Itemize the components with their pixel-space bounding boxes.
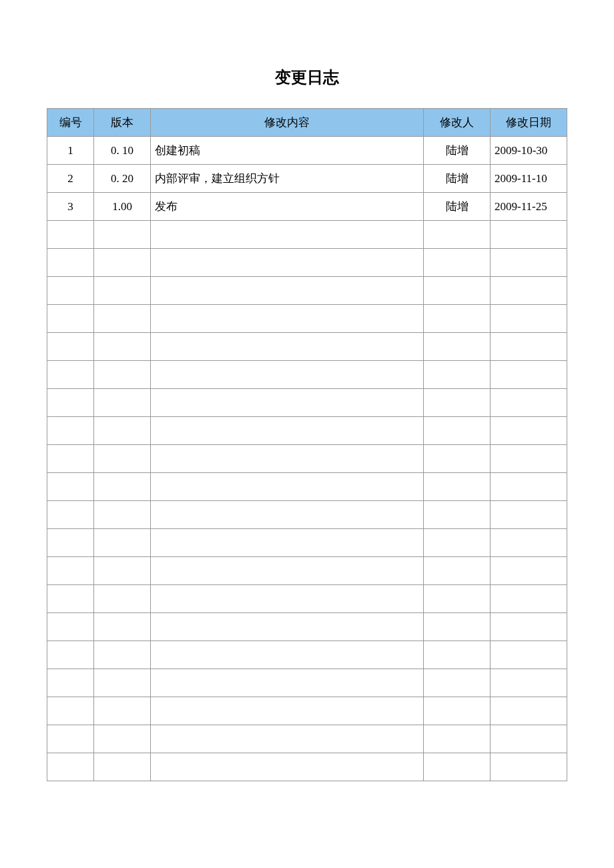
- cell-author: 陆增: [424, 193, 491, 221]
- cell-empty: [491, 501, 567, 529]
- cell-empty: [47, 529, 94, 557]
- cell-empty: [491, 697, 567, 725]
- cell-empty: [424, 277, 491, 305]
- cell-empty: [47, 753, 94, 781]
- cell-empty: [151, 501, 424, 529]
- cell-empty: [151, 473, 424, 501]
- cell-empty: [47, 697, 94, 725]
- cell-empty: [151, 669, 424, 697]
- cell-empty: [94, 417, 151, 445]
- cell-empty: [424, 221, 491, 249]
- table-row-empty: [47, 753, 567, 781]
- cell-empty: [491, 333, 567, 361]
- cell-empty: [151, 585, 424, 613]
- cell-empty: [151, 557, 424, 585]
- cell-empty: [151, 389, 424, 417]
- cell-empty: [491, 473, 567, 501]
- header-version: 版本: [94, 109, 151, 137]
- cell-empty: [94, 529, 151, 557]
- cell-date: 2009-11-10: [491, 165, 567, 193]
- cell-empty: [424, 389, 491, 417]
- cell-empty: [94, 445, 151, 473]
- cell-empty: [491, 669, 567, 697]
- cell-empty: [424, 529, 491, 557]
- cell-empty: [424, 333, 491, 361]
- cell-empty: [151, 697, 424, 725]
- cell-author: 陆增: [424, 165, 491, 193]
- cell-id: 2: [47, 165, 94, 193]
- cell-content: 发布: [151, 193, 424, 221]
- cell-empty: [47, 417, 94, 445]
- cell-empty: [424, 725, 491, 753]
- cell-empty: [491, 753, 567, 781]
- cell-empty: [94, 501, 151, 529]
- cell-empty: [47, 305, 94, 333]
- cell-empty: [151, 529, 424, 557]
- cell-empty: [47, 641, 94, 669]
- cell-empty: [491, 417, 567, 445]
- table-row-empty: [47, 613, 567, 641]
- table-row-empty: [47, 641, 567, 669]
- cell-empty: [491, 305, 567, 333]
- cell-empty: [47, 221, 94, 249]
- cell-empty: [491, 613, 567, 641]
- table-row-empty: [47, 333, 567, 361]
- cell-empty: [94, 557, 151, 585]
- cell-empty: [151, 333, 424, 361]
- cell-content: 内部评审，建立组织方针: [151, 165, 424, 193]
- cell-empty: [424, 697, 491, 725]
- cell-empty: [47, 501, 94, 529]
- table-row-empty: [47, 473, 567, 501]
- cell-empty: [424, 753, 491, 781]
- cell-date: 2009-11-25: [491, 193, 567, 221]
- cell-empty: [47, 445, 94, 473]
- table-row-empty: [47, 585, 567, 613]
- cell-empty: [47, 669, 94, 697]
- cell-empty: [47, 613, 94, 641]
- cell-empty: [94, 585, 151, 613]
- cell-author: 陆增: [424, 137, 491, 165]
- cell-empty: [94, 333, 151, 361]
- cell-empty: [94, 249, 151, 277]
- cell-empty: [151, 641, 424, 669]
- cell-empty: [94, 613, 151, 641]
- cell-empty: [151, 249, 424, 277]
- cell-empty: [47, 249, 94, 277]
- cell-empty: [491, 221, 567, 249]
- cell-empty: [424, 305, 491, 333]
- cell-empty: [424, 473, 491, 501]
- table-row-empty: [47, 725, 567, 753]
- cell-date: 2009-10-30: [491, 137, 567, 165]
- table-row: 10. 10创建初稿陆增2009-10-30: [47, 137, 567, 165]
- cell-empty: [151, 221, 424, 249]
- cell-empty: [94, 641, 151, 669]
- cell-empty: [94, 277, 151, 305]
- table-row-empty: [47, 305, 567, 333]
- header-author: 修改人: [424, 109, 491, 137]
- cell-empty: [151, 305, 424, 333]
- cell-empty: [424, 501, 491, 529]
- cell-version: 0. 10: [94, 137, 151, 165]
- changelog-table: 编号 版本 修改内容 修改人 修改日期 10. 10创建初稿陆增2009-10-…: [47, 108, 567, 781]
- table-row-empty: [47, 697, 567, 725]
- cell-empty: [424, 445, 491, 473]
- cell-empty: [151, 753, 424, 781]
- cell-empty: [491, 725, 567, 753]
- table-body: 10. 10创建初稿陆增2009-10-3020. 20内部评审，建立组织方针陆…: [47, 137, 567, 781]
- cell-empty: [491, 557, 567, 585]
- table-row-empty: [47, 501, 567, 529]
- cell-empty: [424, 641, 491, 669]
- cell-empty: [491, 529, 567, 557]
- cell-empty: [151, 725, 424, 753]
- cell-empty: [94, 305, 151, 333]
- header-id: 编号: [47, 109, 94, 137]
- cell-empty: [47, 361, 94, 389]
- cell-empty: [47, 725, 94, 753]
- cell-id: 1: [47, 137, 94, 165]
- cell-empty: [491, 641, 567, 669]
- cell-empty: [424, 249, 491, 277]
- table-row-empty: [47, 389, 567, 417]
- table-header-row: 编号 版本 修改内容 修改人 修改日期: [47, 109, 567, 137]
- cell-empty: [491, 445, 567, 473]
- page-title: 变更日志: [47, 67, 567, 88]
